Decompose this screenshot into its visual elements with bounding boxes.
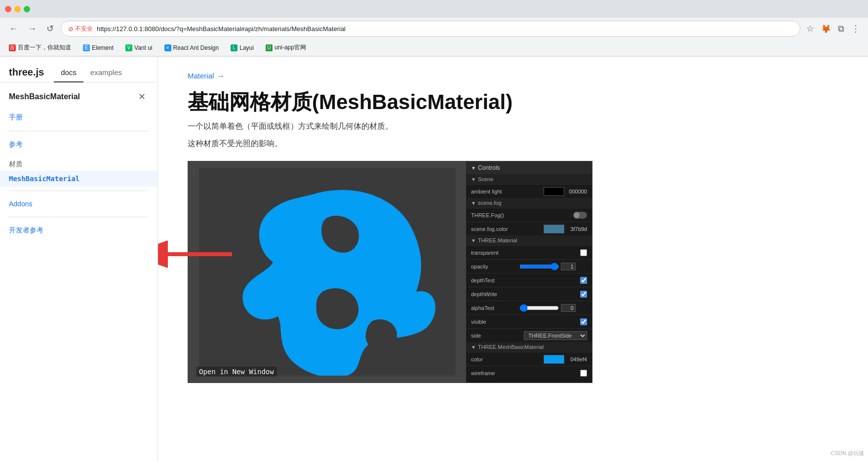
close-window-button[interactable] (5, 6, 11, 12)
fog-color-swatch[interactable] (544, 225, 564, 233)
controls-row-fog-color: scene.fog.color 3f7b9d (466, 222, 592, 235)
depthwrite-checkbox[interactable] (580, 291, 587, 298)
main-content: Material → 基础网格材质(MeshBasicMaterial) 一个以… (158, 57, 868, 461)
maximize-window-button[interactable] (24, 6, 30, 12)
controls-section-meshbasic-label: THREE.MeshBasicMaterial (478, 344, 544, 350)
bookmark-uniapp-label: uni-app官网 (275, 43, 306, 52)
sidebar-item-meshbasicmaterial[interactable]: MeshBasicMaterial (0, 171, 158, 187)
bookmark-star-button[interactable]: ☆ (804, 21, 816, 36)
tab-examples[interactable]: examples (83, 63, 129, 82)
alphatest-slider[interactable] (519, 305, 559, 311)
browser-menu-button[interactable]: ⋮ (849, 21, 862, 36)
bookmark-element[interactable]: E Element (81, 43, 116, 52)
window-controls (5, 6, 30, 12)
controls-section-scene: ▼ Scene (466, 174, 592, 184)
alphatest-number[interactable] (561, 304, 576, 312)
opacity-number[interactable] (561, 263, 576, 270)
breadcrumb-arrow: → (217, 72, 224, 80)
bookmark-vant[interactable]: V Vant ui (123, 43, 154, 52)
sidebar-divider-2 (9, 191, 149, 191)
element-favicon: E (83, 44, 90, 51)
forward-button[interactable]: → (25, 22, 39, 36)
sidebar-divider-1 (9, 131, 149, 131)
navigation-bar: ← → ↺ ⊘ 不安全 https://127.0.0.1:8080/docs/… (0, 18, 868, 39)
controls-section-fog: ▼ scene.fog (466, 198, 592, 208)
opacity-slider[interactable] (519, 263, 559, 270)
browser-chrome: ← → ↺ ⊘ 不安全 https://127.0.0.1:8080/docs/… (0, 0, 868, 57)
address-bar[interactable]: ⊘ 不安全 https://127.0.0.1:8080/docs/?q=Mes… (61, 21, 800, 37)
extensions-puzzle-button[interactable]: ⧉ (836, 22, 846, 36)
transparent-label: transparent (471, 250, 577, 256)
url-text: https://127.0.0.1:8080/docs/?q=MeshBasic… (97, 25, 793, 33)
depthtest-checkbox[interactable] (580, 277, 587, 284)
scene-chevron-icon: ▼ (471, 177, 476, 182)
sidebar-header: MeshBasicMaterial ✕ (0, 82, 158, 108)
wireframe-label: wireframe (471, 370, 577, 376)
controls-section-material: ▼ THREE.Material (466, 235, 592, 245)
controls-chevron-icon: ▼ (471, 165, 476, 171)
controls-row-side: side THREE.FrontSide THREE.BackSide THRE… (466, 328, 592, 342)
sidebar-item-devref[interactable]: 开发者参考 (0, 221, 158, 240)
sidebar-item-reference[interactable]: 参考 (0, 135, 158, 154)
threejs-preview-svg (199, 168, 456, 376)
reload-button[interactable]: ↺ (43, 21, 57, 36)
sidebar-item-addons[interactable]: Addons (0, 195, 158, 213)
controls-row-depthwrite: depthWrite (466, 287, 592, 301)
wireframe-checkbox[interactable] (580, 370, 587, 377)
controls-row-depthtest: depthTest (466, 273, 592, 287)
sidebar-section-material: 材质 (0, 154, 158, 171)
controls-header-label: Controls (478, 164, 500, 171)
bookmark-uniapp[interactable]: U uni-app官网 (264, 42, 308, 53)
controls-section-material-label: THREE.Material (478, 237, 517, 243)
color-label: color (471, 356, 541, 362)
watermark: CSDN @玩珑 (831, 450, 864, 457)
sidebar-close-button[interactable]: ✕ (135, 90, 149, 103)
fog-toggle-switch[interactable] (573, 212, 587, 219)
bookmark-baidu[interactable]: 百 百度一下，你就知道 (7, 42, 73, 53)
fog-chevron-icon: ▼ (471, 200, 476, 206)
ambient-light-label: ambient light (471, 189, 541, 194)
title-bar (0, 0, 868, 18)
vant-favicon: V (125, 44, 132, 51)
controls-row-alphatest: alphaTest (466, 301, 592, 314)
sidebar-item-manual[interactable]: 手册 (0, 108, 158, 127)
bookmark-element-label: Element (92, 44, 114, 51)
breadcrumb-material-link[interactable]: Material (188, 72, 214, 80)
demo-canvas: Open in New Window (188, 161, 466, 383)
minimize-window-button[interactable] (14, 6, 21, 12)
ambient-light-color-swatch[interactable] (544, 187, 564, 196)
visible-label: visible (471, 319, 577, 325)
visible-checkbox[interactable] (580, 318, 587, 325)
open-new-window-label: Open in New Window (196, 367, 277, 377)
sidebar-divider-3 (9, 217, 149, 217)
page-description: 这种材质不受光照的影响。 (188, 139, 838, 149)
security-indicator: ⊘ 不安全 (68, 25, 93, 33)
fog-color-value: 3f7b9d (567, 226, 587, 232)
material-chevron-icon: ▼ (471, 238, 476, 243)
bookmark-layui[interactable]: L Layui (229, 43, 256, 52)
opacity-label: opacity (471, 264, 516, 269)
breadcrumb: Material → (188, 72, 838, 80)
transparent-checkbox[interactable] (580, 249, 587, 256)
side-label: side (471, 333, 521, 339)
color-value: 049ef4 (567, 356, 587, 362)
fog-toggle-label: THREE.Fog() (471, 212, 570, 218)
page-subtitle: 一个以简单着色（平面或线框）方式来绘制几何体的材质。 (188, 121, 838, 132)
threejs-logo: three.js (9, 67, 44, 78)
fog-toggle-knob (574, 212, 580, 218)
controls-row-ambient-light: ambient light 000000 (466, 184, 592, 198)
extensions-button[interactable]: 🦊 (819, 22, 833, 36)
layui-favicon: L (231, 44, 237, 51)
side-select[interactable]: THREE.FrontSide THREE.BackSide THREE.Dou… (524, 331, 587, 340)
controls-panel: ▼ Controls ▼ Scene ambient light 000000 … (466, 161, 592, 383)
color-swatch[interactable] (544, 355, 564, 364)
controls-section-fog-label: scene.fog (478, 200, 502, 206)
back-button[interactable]: ← (6, 22, 21, 36)
bookmark-react-ant[interactable]: ⚛ React Ant Design (162, 43, 221, 52)
uniapp-favicon: U (266, 44, 273, 51)
fog-color-label: scene.fog.color (471, 226, 541, 232)
bookmark-react-ant-label: React Ant Design (173, 44, 219, 51)
tab-docs[interactable]: docs (54, 63, 83, 82)
controls-section-scene-label: Scene (478, 176, 493, 182)
controls-row-fog-toggle: THREE.Fog() (466, 208, 592, 222)
